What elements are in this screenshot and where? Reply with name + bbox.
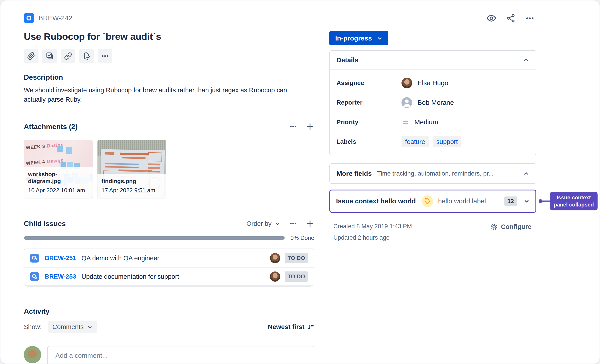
priority-value[interactable]: Medium <box>402 118 438 126</box>
link-icon <box>64 52 72 60</box>
ellipsis-icon <box>525 14 534 23</box>
paperclip-icon <box>27 52 35 60</box>
configure-button[interactable]: Configure <box>490 223 532 231</box>
assignee-field: Assignee Elsa Hugo <box>337 76 529 89</box>
more-fields-summary: Time tracking, automation, reminders, pr… <box>377 170 523 177</box>
attach-button[interactable] <box>24 49 38 63</box>
sort-order-button[interactable]: Newest first <box>268 323 314 331</box>
attachment-filename: findings.png <box>102 178 162 185</box>
progress-bar <box>24 236 285 240</box>
labels-field: Labels feature support <box>337 135 529 148</box>
watch-button[interactable] <box>487 13 496 23</box>
details-panel-header[interactable]: Details <box>330 51 536 69</box>
chevron-down-icon <box>87 324 93 330</box>
context-count-badge: 12 <box>504 196 517 206</box>
issue-key[interactable]: BREW-242 <box>38 14 72 22</box>
current-user-avatar <box>24 346 41 363</box>
chevron-down-icon <box>524 198 530 204</box>
show-label: Show: <box>24 323 42 331</box>
child-issues-heading: Child issues <box>24 220 66 228</box>
order-by-dropdown[interactable]: Order by <box>246 220 281 227</box>
subtask-icon <box>30 254 39 262</box>
context-label-text: hello world label <box>438 197 504 205</box>
label-link[interactable]: feature <box>402 136 429 147</box>
child-issues-more-button[interactable] <box>289 220 297 227</box>
alerts-button[interactable] <box>79 49 94 63</box>
page-title: Use Rubocop for `brew audit`s <box>24 31 314 42</box>
activity-filter-dropdown[interactable]: Comments <box>48 321 97 333</box>
priority-medium-icon <box>402 118 409 126</box>
issue-view-page: BREW-242 Use Rubocop for `brew audit`s <box>0 0 600 364</box>
quick-actions-toolbar <box>24 49 314 63</box>
attachment-date: 17 Apr 2022 9:51 am <box>102 187 162 194</box>
reporter-value[interactable]: Bob Morane <box>402 97 454 108</box>
label-tag-icon <box>422 195 433 207</box>
share-button[interactable] <box>506 14 516 23</box>
child-issue-summary[interactable]: Update documentation for support <box>82 273 270 280</box>
attachment-card[interactable]: WEEK 3Design WEEK 4Design WEEK 5Design w… <box>24 140 93 198</box>
ellipsis-icon <box>101 52 109 60</box>
child-issue-key[interactable]: BREW-251 <box>45 254 76 262</box>
more-fields-header[interactable]: More fields Time tracking, automation, r… <box>330 164 536 183</box>
priority-field: Priority Medium <box>337 116 529 129</box>
link-issue-button[interactable] <box>61 49 75 63</box>
window-actions <box>329 13 536 24</box>
chevron-down-icon <box>377 35 383 41</box>
more-fields-panel: More fields Time tracking, automation, r… <box>329 163 536 184</box>
reporter-field: Reporter Bob Morane <box>337 96 529 109</box>
activity-heading: Activity <box>24 307 314 316</box>
meta-section: Created 8 May 2019 1:43 PM Updated 2 hou… <box>329 223 536 241</box>
attachment-card[interactable]: findings.png 17 Apr 2022 9:51 am <box>97 140 166 198</box>
annotation-connector <box>542 201 550 202</box>
chevron-up-icon <box>523 170 529 177</box>
breadcrumb[interactable]: BREW-242 <box>24 13 314 23</box>
updated-timestamp: Updated 2 hours ago <box>333 234 412 241</box>
share-icon <box>506 14 516 23</box>
description-text[interactable]: We should investigate using Rubocop for … <box>24 85 299 104</box>
assignee-value[interactable]: Elsa Hugo <box>402 78 448 88</box>
annotation-dot <box>539 199 542 203</box>
annotation-text: Issue context panel collapsed <box>550 192 598 210</box>
child-issues-section: Child issues Order by <box>24 219 314 287</box>
description-heading: Description <box>24 73 314 81</box>
add-child-issue-button[interactable] <box>42 49 57 63</box>
issue-context-panel: Issue context hello world hello world la… <box>329 190 536 213</box>
subtask-icon <box>30 272 39 281</box>
status-badge[interactable]: TO DO <box>285 253 308 263</box>
check-square-icon <box>46 52 54 60</box>
comment-input[interactable] <box>47 346 314 364</box>
label-link[interactable]: support <box>433 136 461 147</box>
main-content: BREW-242 Use Rubocop for `brew audit`s <box>24 13 314 364</box>
gear-icon <box>490 223 498 231</box>
more-options-button[interactable] <box>525 14 534 23</box>
description-section: Description We should investigate using … <box>24 73 314 104</box>
details-panel: Details Assignee Elsa Hugo Reporter <box>329 50 536 155</box>
generic-avatar-icon <box>402 97 412 108</box>
status-dropdown-button[interactable]: In-progress <box>329 31 388 45</box>
assignee-avatar[interactable] <box>270 271 280 282</box>
child-issue-row[interactable]: BREW-251 QA demo with QA engineer TO DO <box>24 249 314 267</box>
bell-icon <box>83 52 91 60</box>
add-attachment-button[interactable] <box>306 122 314 131</box>
chevron-up-icon <box>523 57 529 63</box>
attachments-more-button[interactable] <box>289 123 297 130</box>
chevron-down-icon <box>275 221 281 226</box>
child-issue-summary[interactable]: QA demo with QA engineer <box>82 254 270 262</box>
more-actions-button[interactable] <box>98 49 112 63</box>
issue-type-icon <box>24 13 34 23</box>
progress-label: 0% Done <box>291 234 314 241</box>
add-child-button[interactable] <box>306 219 314 228</box>
activity-section: Activity Show: Comments Newest first <box>24 307 314 364</box>
assignee-avatar[interactable] <box>270 253 280 263</box>
list-stack-shadow <box>27 286 312 287</box>
attachment-date: 10 Apr 2022 10:01 am <box>28 187 89 194</box>
eye-icon <box>487 13 496 23</box>
child-issue-key[interactable]: BREW-253 <box>45 273 76 280</box>
issue-context-header[interactable]: Issue context hello world hello world la… <box>330 190 535 212</box>
status-badge[interactable]: TO DO <box>285 271 308 282</box>
sort-descending-icon <box>307 324 314 331</box>
attachment-filename: workshop-diagram.jpg <box>28 171 89 185</box>
created-timestamp: Created 8 May 2019 1:43 PM <box>333 223 412 230</box>
child-progress: 0% Done <box>24 234 314 241</box>
child-issue-row[interactable]: BREW-253 Update documentation for suppor… <box>24 267 314 285</box>
